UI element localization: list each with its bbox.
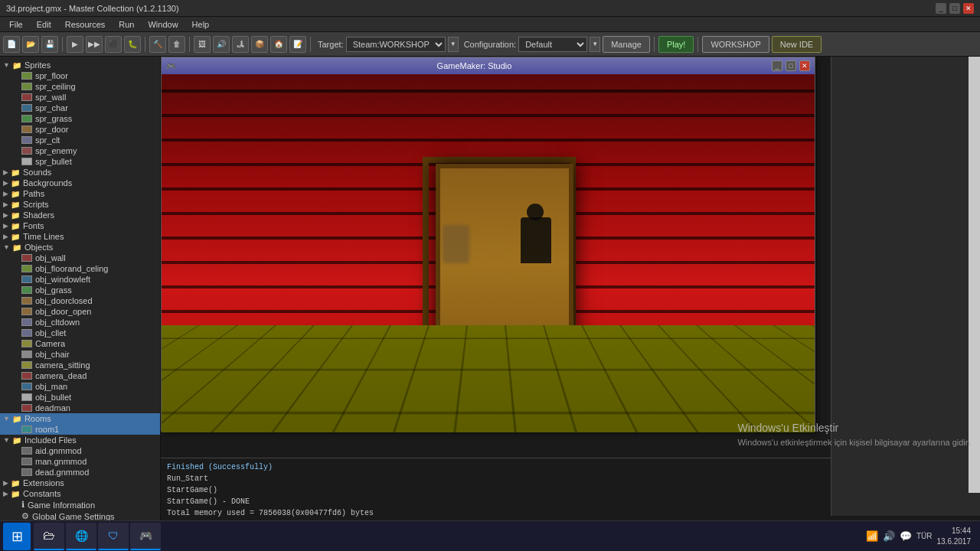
camera-item[interactable]: Camera: [0, 338, 160, 349]
extensions-root[interactable]: ▶ 📁 Extensions: [0, 478, 160, 488]
menu-window[interactable]: Window: [142, 18, 184, 31]
constants-root[interactable]: ▶ 📁 Constants: [0, 488, 160, 499]
tb-new-btn[interactable]: 📄: [3, 36, 20, 53]
spr-bullet-item[interactable]: spr_bullet: [0, 156, 160, 167]
windows-taskbar: ⊞ 🗁 🌐 🛡 🎮 📶 🔊 💬 TÜR 15:44 13.6.2017: [0, 520, 980, 551]
play-button[interactable]: Play!: [658, 36, 694, 53]
dead-gnmmod-item[interactable]: dead.gnmmod: [0, 467, 160, 478]
tb-run-btn[interactable]: ▶: [67, 36, 83, 53]
sprites-root[interactable]: ▼ 📁 Sprites: [0, 60, 160, 70]
tb-obj-btn[interactable]: 📦: [251, 36, 268, 53]
man-gnmmod-item[interactable]: man.gnmmod: [0, 456, 160, 467]
timelines-root[interactable]: ▶ 📁 Time Lines: [0, 231, 160, 242]
tb-stop-btn[interactable]: ⬛: [105, 36, 122, 53]
camera-dead-item[interactable]: camera_dead: [0, 370, 160, 381]
obj-windowleft-item[interactable]: obj_windowleft: [0, 274, 160, 285]
tb-clean-btn[interactable]: 🗑: [168, 36, 185, 53]
target-select[interactable]: Steam:WORKSHOP: [346, 37, 446, 52]
minimize-button[interactable]: _: [936, 3, 946, 14]
notification-icon[interactable]: 💬: [900, 530, 912, 542]
spr-char-item[interactable]: spr_char: [0, 103, 160, 113]
included-files-label: Included Files: [24, 435, 77, 445]
taskbar-apps: 🗁 🌐 🛡 🎮: [34, 523, 866, 550]
rooms-root[interactable]: ▼ 📁 Rooms: [0, 413, 160, 424]
constants-group: ▶ 📁 Constants: [0, 488, 160, 499]
obj-chair-item[interactable]: obj_chair: [0, 349, 160, 360]
tb-room-btn[interactable]: 🏠: [270, 36, 287, 53]
room1-item[interactable]: room1: [0, 424, 160, 435]
menu-resources[interactable]: Resources: [59, 18, 112, 31]
game-viewport[interactable]: [162, 74, 815, 432]
game-figure: [521, 217, 551, 263]
taskbar-time-value: 15:44: [937, 526, 972, 536]
workshop-button[interactable]: WORKSHOP: [702, 36, 769, 53]
menu-edit[interactable]: Edit: [31, 18, 57, 31]
obj-man-item[interactable]: obj_man: [0, 381, 160, 392]
obj-bullet-item[interactable]: obj_bullet: [0, 392, 160, 403]
timelines-group: ▶ 📁 Time Lines: [0, 231, 160, 242]
spr-ceiling-item[interactable]: spr_ceiling: [0, 81, 160, 92]
manage-button[interactable]: Manage: [603, 36, 650, 53]
menu-file[interactable]: File: [3, 18, 29, 31]
volume-icon[interactable]: 🔊: [883, 530, 895, 542]
gm-maximize-button[interactable]: □: [786, 60, 796, 71]
paths-root[interactable]: ▶ 📁 Paths: [0, 188, 160, 199]
spr-enemy-item[interactable]: spr_enemy: [0, 145, 160, 156]
scripts-root[interactable]: ▶ 📁 Scripts: [0, 199, 160, 210]
fonts-root[interactable]: ▶ 📁 Fonts: [0, 220, 160, 231]
obj-floor-ceiling-item[interactable]: obj_floorand_celing: [0, 263, 160, 274]
obj-cllet-item[interactable]: obj_cllet: [0, 328, 160, 338]
config-dropdown-arrow[interactable]: ▼: [590, 37, 600, 52]
spr-clt-item[interactable]: spr_clt: [0, 135, 160, 145]
tb-open-btn[interactable]: 📂: [22, 36, 39, 53]
spr-door-item[interactable]: spr_door: [0, 124, 160, 135]
objects-root[interactable]: ▼ 📁 Objects: [0, 242, 160, 253]
deadman-item[interactable]: deadman: [0, 403, 160, 413]
game-figure-ghost: [443, 225, 469, 263]
config-select[interactable]: Default: [518, 37, 587, 52]
included-files-root[interactable]: ▼ 📁 Included Files: [0, 435, 160, 445]
obj-wall-item[interactable]: obj_wall: [0, 253, 160, 263]
sounds-root[interactable]: ▶ 📁 Sounds: [0, 167, 160, 178]
target-dropdown-arrow[interactable]: ▼: [448, 37, 459, 52]
toolbar-sep-6: [697, 37, 698, 52]
gm-close-button[interactable]: ✕: [799, 60, 810, 71]
toolbar-sep-2: [145, 37, 145, 52]
backgrounds-root[interactable]: ▶ 📁 Backgrounds: [0, 178, 160, 188]
menu-help[interactable]: Help: [186, 18, 216, 31]
tb-build-btn[interactable]: 🔨: [149, 36, 166, 53]
spr-grass-item[interactable]: spr_grass: [0, 113, 160, 124]
tb-sprite-btn[interactable]: 🖼: [194, 36, 211, 53]
tb-script-btn[interactable]: 📝: [289, 36, 306, 53]
tb-debug-btn[interactable]: 🐛: [124, 36, 141, 53]
obj-cltdown-item[interactable]: obj_cltdown: [0, 317, 160, 328]
tb-sound-btn[interactable]: 🔊: [213, 36, 230, 53]
window-controls: _ □ ✕: [936, 3, 974, 14]
new-ide-button[interactable]: New IDE: [772, 36, 822, 53]
camera-sitting-item[interactable]: camera_sitting: [0, 360, 160, 370]
tb-save-btn[interactable]: 💾: [41, 36, 58, 53]
taskbar-gm-app[interactable]: 🎮: [130, 523, 161, 550]
obj-doorclosed-item[interactable]: obj_doorclosed: [0, 295, 160, 306]
constants-label: Constants: [23, 489, 61, 498]
gm-minimize-button[interactable]: _: [772, 60, 782, 71]
shaders-root[interactable]: ▶ 📁 Shaders: [0, 210, 160, 220]
taskbar-chrome[interactable]: 🌐: [66, 523, 96, 550]
close-button[interactable]: ✕: [963, 3, 974, 14]
spr-floor-item[interactable]: spr_floor: [0, 70, 160, 81]
maximize-button[interactable]: □: [949, 3, 960, 14]
obj-grass-item[interactable]: obj_grass: [0, 285, 160, 295]
taskbar-file-explorer[interactable]: 🗁: [34, 523, 64, 550]
tb-run2-btn[interactable]: ▶▶: [86, 36, 103, 53]
taskbar-app-3[interactable]: 🛡: [98, 523, 129, 550]
tb-bg-btn[interactable]: 🏞: [232, 36, 249, 53]
start-button[interactable]: ⊞: [3, 523, 31, 550]
shaders-group: ▶ 📁 Shaders: [0, 210, 160, 220]
menu-run[interactable]: Run: [113, 18, 140, 31]
aid-gnmmod-item[interactable]: aid.gnmmod: [0, 445, 160, 456]
obj-door-open-item[interactable]: obj_door_open: [0, 306, 160, 317]
game-information-item[interactable]: ℹGame Information: [0, 499, 160, 510]
spr-wall-item[interactable]: spr_wall: [0, 92, 160, 103]
fonts-label: Fonts: [23, 221, 44, 230]
network-icon[interactable]: 📶: [866, 530, 878, 542]
